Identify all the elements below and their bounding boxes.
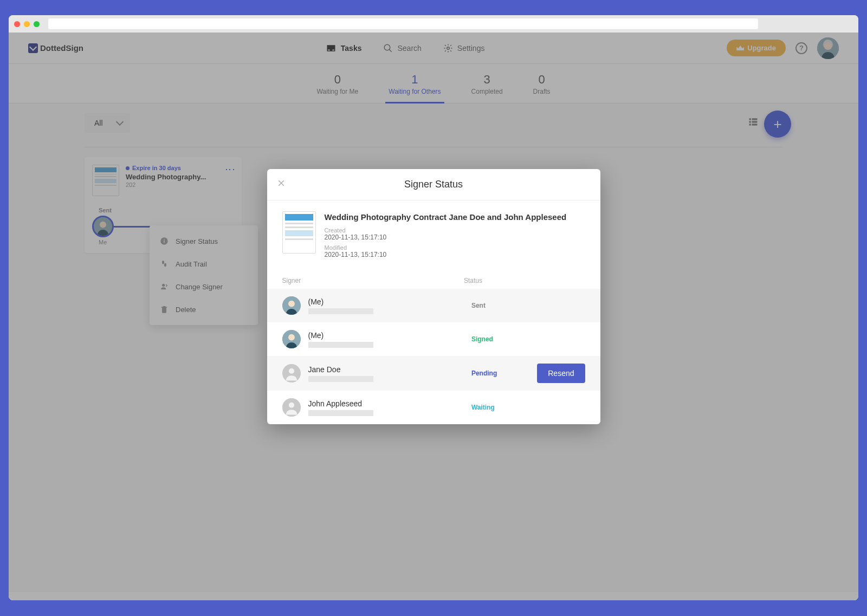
maximize-window-icon[interactable] <box>34 21 40 27</box>
signer-rows: (Me)Sent(Me)SignedJane DoePendingResendJ… <box>267 289 600 424</box>
url-bar[interactable] <box>48 18 758 29</box>
modal-document-title: Wedding Photography Contract Jane Doe an… <box>325 211 567 223</box>
signer-name: (Me) <box>308 297 464 306</box>
signer-row: (Me)Sent <box>267 289 600 322</box>
signer-row: Jane DoePendingResend <box>267 356 600 391</box>
created-label: Created <box>325 227 567 234</box>
resend-button[interactable]: Resend <box>537 364 585 383</box>
signer-email-redacted <box>308 376 373 382</box>
modal-document-info: Wedding Photography Contract Jane Doe an… <box>267 200 600 273</box>
signer-row: John AppleseedWaiting <box>267 391 600 424</box>
modal-doc-meta: Wedding Photography Contract Jane Doe an… <box>325 211 567 262</box>
avatar-icon <box>282 330 301 348</box>
signer-avatar <box>282 364 301 382</box>
generic-avatar-icon <box>282 398 301 417</box>
signer-avatar <box>282 330 301 348</box>
signer-avatar <box>282 398 301 417</box>
signer-status: Waiting <box>471 404 585 411</box>
traffic-lights <box>14 21 40 27</box>
signer-name: John Appleseed <box>308 399 464 408</box>
signer-status: Signed <box>471 335 585 343</box>
modal-overlay[interactable]: Signer Status Wedding Photography Contra… <box>9 33 858 600</box>
close-icon <box>277 179 286 187</box>
modified-value: 2020-11-13, 15:17:10 <box>325 251 567 258</box>
signer-table-header: Signer Status <box>267 273 600 289</box>
created-value: 2020-11-13, 15:17:10 <box>325 234 567 241</box>
signer-status: Sent <box>471 302 585 309</box>
signer-info: (Me) <box>308 297 464 314</box>
minimize-window-icon[interactable] <box>24 21 30 27</box>
signer-email-redacted <box>308 308 373 314</box>
signer-name: Jane Doe <box>308 365 464 374</box>
signer-info: Jane Doe <box>308 365 464 382</box>
col-signer-label: Signer <box>282 277 464 284</box>
signer-info: John Appleseed <box>308 399 464 416</box>
signer-avatar <box>282 296 301 315</box>
close-window-icon[interactable] <box>14 21 20 27</box>
svg-point-26 <box>288 368 294 374</box>
signer-email-redacted <box>308 410 373 416</box>
signer-name: (Me) <box>308 331 464 340</box>
modal-title: Signer Status <box>267 179 600 190</box>
svg-point-24 <box>288 334 295 341</box>
avatar-icon <box>282 296 301 315</box>
signer-email-redacted <box>308 342 373 348</box>
modified-label: Modified <box>325 244 567 251</box>
col-status-label: Status <box>464 277 585 284</box>
app-body: DottedSign Tasks Search Settings <box>9 33 858 600</box>
signer-row: (Me)Signed <box>267 322 600 356</box>
modal-header: Signer Status <box>267 169 600 200</box>
generic-avatar-icon <box>282 364 301 382</box>
modal-close-button[interactable] <box>277 179 286 190</box>
signer-status: Pending <box>471 369 529 377</box>
window-titlebar <box>9 15 858 33</box>
signer-info: (Me) <box>308 331 464 348</box>
signer-status-modal: Signer Status Wedding Photography Contra… <box>267 169 600 424</box>
svg-point-28 <box>288 403 294 408</box>
app-window: DottedSign Tasks Search Settings <box>9 15 858 600</box>
modal-thumbnail <box>282 211 316 254</box>
svg-point-22 <box>288 301 295 307</box>
